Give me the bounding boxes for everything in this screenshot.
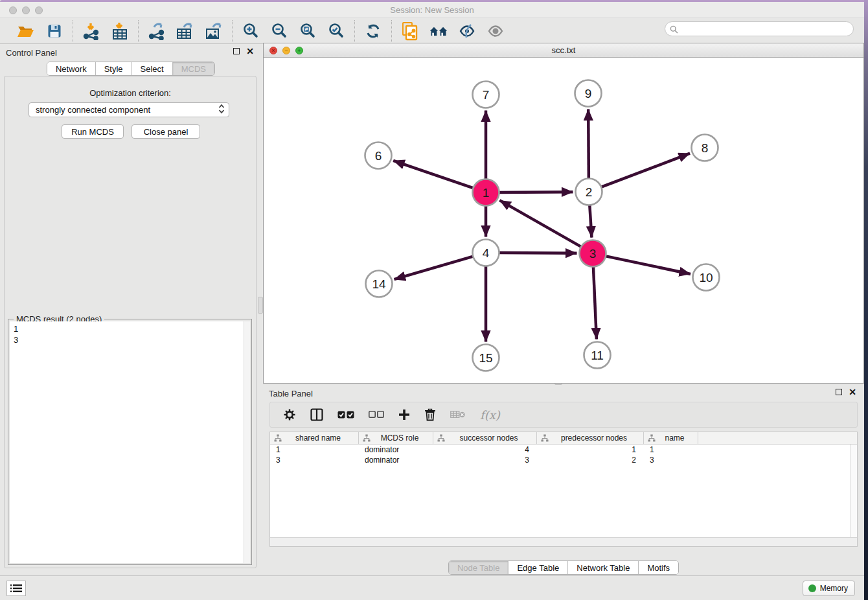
network-close-button[interactable]: ×	[269, 47, 277, 54]
zoom-fit-icon[interactable]	[298, 21, 317, 41]
table-options-gear-icon[interactable]	[283, 408, 296, 421]
edge-2-9[interactable]	[588, 109, 589, 179]
select-all-icon[interactable]	[337, 410, 354, 419]
tab-motifs[interactable]: Motifs	[638, 561, 678, 574]
node-2[interactable]: 2	[576, 179, 602, 205]
node-14[interactable]: 14	[366, 271, 393, 297]
column-header-name[interactable]: name	[644, 432, 698, 444]
show-column-icon[interactable]	[310, 408, 323, 421]
svg-text:3: 3	[589, 247, 597, 260]
network-minimize-button[interactable]: −	[282, 47, 290, 54]
table-horizontal-scrollbar[interactable]	[270, 537, 857, 546]
node-3[interactable]: 3	[580, 240, 606, 267]
search-input[interactable]	[665, 21, 854, 36]
vertical-splitter-grip[interactable]	[258, 297, 263, 314]
float-table-panel-icon[interactable]	[836, 389, 842, 395]
memory-button[interactable]: Memory	[803, 581, 855, 596]
main-toolbar	[0, 18, 864, 44]
float-panel-icon[interactable]	[233, 48, 240, 54]
tab-select[interactable]: Select	[131, 62, 172, 75]
tab-mcds[interactable]: MCDS	[172, 62, 214, 75]
chevron-updown-icon	[218, 104, 225, 117]
node-9[interactable]: 9	[575, 80, 602, 107]
refresh-network-icon[interactable]	[363, 21, 383, 41]
table-row[interactable]: 3dominator323	[270, 455, 857, 465]
network-canvas[interactable]: 7968124314101511	[264, 58, 863, 383]
tab-edge-table[interactable]: Edge Table	[508, 561, 567, 574]
edge-4-14[interactable]	[394, 256, 475, 279]
task-history-button[interactable]	[6, 581, 26, 596]
table-row[interactable]: 1dominator411	[270, 444, 857, 455]
close-table-panel-icon[interactable]: ✕	[849, 389, 856, 395]
minimize-window-button[interactable]	[22, 6, 30, 14]
close-panel-button[interactable]: Close panel	[131, 124, 200, 139]
export-network-icon[interactable]	[147, 21, 166, 41]
tab-node-table[interactable]: Node Table	[449, 561, 508, 574]
network-maximize-button[interactable]: +	[295, 47, 303, 54]
edge-2-3[interactable]	[589, 203, 591, 237]
table-cell: dominator	[359, 455, 433, 465]
node-10[interactable]: 10	[693, 264, 720, 291]
node-table-header: shared nameMCDS rolesuccessor nodesprede…	[270, 432, 857, 444]
export-image-icon[interactable]	[204, 21, 223, 41]
network-window-titlebar[interactable]: × − + scc.txt	[264, 43, 863, 58]
zoom-in-icon[interactable]	[241, 21, 260, 41]
edge-1-2[interactable]	[497, 192, 573, 192]
show-graphics-details-icon[interactable]	[486, 21, 505, 41]
export-table-icon[interactable]	[176, 21, 195, 41]
mcds-panel-body: Optimization criterion: strongly connect…	[4, 76, 257, 568]
close-panel-icon[interactable]: ✕	[246, 48, 254, 54]
node-1[interactable]: 1	[473, 179, 499, 206]
edge-2-8[interactable]	[600, 154, 690, 188]
table-cell: 1	[644, 444, 698, 455]
mcds-result-text[interactable]: 1 3	[10, 321, 244, 563]
import-network-icon[interactable]	[82, 21, 101, 41]
edge-3-1[interactable]	[499, 200, 582, 248]
run-mcds-button[interactable]: Run MCDS	[62, 124, 124, 139]
node-7[interactable]: 7	[473, 82, 499, 108]
table-vertical-scrollbar[interactable]	[851, 444, 857, 537]
node-8[interactable]: 8	[692, 135, 718, 161]
column-header-successor-nodes[interactable]: successor nodes	[433, 432, 537, 444]
tab-style[interactable]: Style	[95, 62, 131, 75]
import-table-icon[interactable]	[110, 21, 130, 41]
node-6[interactable]: 6	[365, 143, 392, 169]
zoom-window-button[interactable]	[35, 6, 43, 14]
hide-graphics-details-icon[interactable]	[457, 21, 477, 41]
network-canvas-svg: 7968124314101511	[264, 58, 863, 383]
column-header-shared-name[interactable]: shared name	[270, 432, 359, 444]
node-15[interactable]: 15	[473, 345, 499, 371]
optimization-criterion-label: Optimization criterion:	[5, 88, 256, 98]
zoom-selected-icon[interactable]	[326, 21, 346, 41]
deselect-all-icon[interactable]	[369, 411, 384, 419]
delete-table-icon[interactable]	[450, 410, 466, 419]
memory-status-dot	[808, 584, 816, 592]
node-11[interactable]: 11	[584, 342, 611, 369]
tab-network[interactable]: Network	[47, 62, 95, 75]
column-header-MCDS-role[interactable]: MCDS role	[359, 432, 433, 444]
first-neighbors-icon[interactable]	[429, 21, 448, 41]
mcds-result-scrollbar[interactable]	[244, 321, 250, 563]
zoom-out-icon[interactable]	[269, 21, 289, 41]
status-bar: Memory	[0, 575, 864, 600]
edge-3-10[interactable]	[604, 256, 691, 274]
node-table[interactable]: shared nameMCDS rolesuccessor nodesprede…	[269, 432, 858, 547]
svg-text:2: 2	[586, 185, 593, 199]
create-column-icon[interactable]	[398, 409, 410, 421]
function-builder-icon[interactable]: f(x)	[480, 408, 500, 422]
close-window-button[interactable]	[9, 6, 17, 14]
edge-4-3[interactable]	[497, 253, 577, 253]
edge-3-11[interactable]	[593, 265, 597, 339]
save-session-icon[interactable]	[45, 21, 64, 41]
node-4[interactable]: 4	[473, 240, 499, 266]
optimization-criterion-select[interactable]: strongly connected component	[29, 102, 229, 117]
delete-columns-icon[interactable]	[424, 408, 436, 421]
svg-text:4: 4	[483, 246, 490, 260]
control-panel-tabs: Network Style Select MCDS	[47, 62, 215, 76]
tab-network-table[interactable]: Network Table	[567, 561, 638, 574]
column-header-predecessor-nodes[interactable]: predecessor nodes	[537, 432, 644, 444]
network-from-selection-icon[interactable]	[400, 21, 420, 41]
edge-1-6[interactable]	[393, 161, 474, 189]
open-session-icon[interactable]	[16, 21, 36, 41]
window-controls	[9, 6, 43, 14]
